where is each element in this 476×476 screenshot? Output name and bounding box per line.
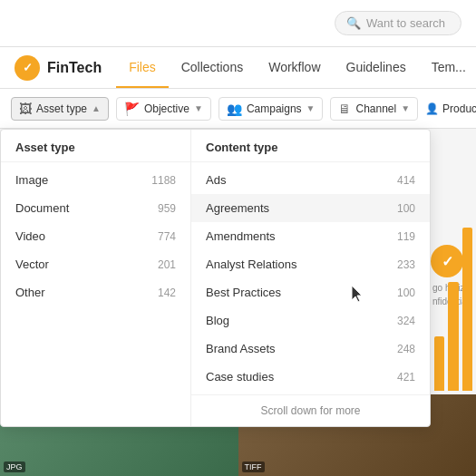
asset-count-image: 1188 — [151, 174, 176, 187]
logo-area: ✓ FinTech — [15, 55, 102, 81]
content-item-case-studies[interactable]: Case studies 421 — [191, 363, 430, 391]
asset-count-document: 959 — [158, 202, 176, 215]
asset-item-document[interactable]: Document 959 — [1, 194, 190, 222]
content-label-analyst: Analyst Relations — [206, 257, 296, 271]
content-item-brand-assets[interactable]: Brand Assets 248 — [191, 335, 430, 363]
content-count-analyst: 233 — [397, 258, 415, 271]
content-count-blog: 324 — [397, 315, 415, 327]
content-label-agreements: Agreements — [206, 201, 269, 215]
chevron-down-icon-2: ▼ — [194, 103, 203, 113]
content-item-ads[interactable]: Ads 414 — [191, 166, 430, 194]
content-count-best-practices: 100 — [397, 287, 415, 299]
asset-item-other[interactable]: Other 142 — [1, 278, 190, 306]
tab-templates[interactable]: Tem... — [419, 47, 476, 88]
asset-count-other: 142 — [158, 287, 176, 299]
asset-label-document: Document — [15, 201, 69, 215]
filter-channel[interactable]: 🖥 Channel ▼ — [330, 97, 418, 121]
asset-label-vector: Vector — [15, 257, 49, 271]
tab-workflow[interactable]: Workflow — [256, 47, 333, 88]
asset-label-image: Image — [15, 173, 48, 187]
filter-objective[interactable]: 🚩 Objective ▼ — [116, 97, 211, 121]
logo-icon: ✓ — [15, 55, 40, 81]
dropdown-panel: Asset type Image 1188 Document 959 Video… — [0, 129, 431, 427]
asset-label-other: Other — [15, 286, 45, 299]
content-item-amendments[interactable]: Amendments 119 — [191, 222, 430, 250]
nav-tabs: Files Collections Workflow Guidelines Te… — [116, 47, 476, 88]
thumb-label-2: TIFF — [242, 461, 265, 472]
asset-count-video: 774 — [158, 230, 176, 243]
asset-type-list: Image 1188 Document 959 Video 774 Vector… — [1, 162, 190, 310]
asset-type-label: Asset type — [36, 102, 87, 115]
content-count-case-studies: 421 — [397, 371, 415, 384]
asset-type-header: Asset type — [1, 130, 190, 162]
chevron-down-icon-3: ▼ — [306, 103, 316, 113]
objective-label: Objective — [144, 102, 189, 115]
asset-item-image[interactable]: Image 1188 — [1, 166, 190, 194]
user-icon: 👤 — [425, 102, 439, 115]
content-count-agreements: 100 — [397, 202, 415, 215]
content-label-ads: Ads — [206, 173, 226, 187]
nav-bar: ✓ FinTech Files Collections Workflow Gui… — [0, 47, 476, 89]
asset-item-video[interactable]: Video 774 — [1, 222, 190, 250]
campaigns-label: Campaigns — [247, 102, 302, 115]
content-label-blog: Blog — [206, 314, 229, 327]
asset-type-panel: Asset type Image 1188 Document 959 Video… — [1, 130, 191, 426]
scroll-down-label[interactable]: Scroll down for more — [191, 394, 430, 426]
bar-3 — [462, 228, 472, 391]
bar-1 — [434, 336, 444, 391]
content-type-list: Ads 414 Agreements 100 Amendments 119 An… — [191, 162, 430, 394]
content-item-best-practices[interactable]: Best Practices 100 — [191, 278, 430, 306]
top-bar: 🔍 Want to search — [0, 0, 476, 47]
chevron-down-icon-4: ▼ — [401, 103, 410, 113]
content-count-amendments: 119 — [397, 230, 415, 243]
filter-asset-type[interactable]: 🖼 Asset type ▲ — [11, 97, 109, 121]
thumb-label-1: JPG — [4, 461, 25, 472]
content-label-brand-assets: Brand Assets — [206, 342, 276, 355]
content-type-panel: Content type Ads 414 Agreements 100 Amen… — [191, 130, 430, 426]
bar-chart — [431, 213, 476, 394]
filter-campaigns[interactable]: 👥 Campaigns ▼ — [219, 97, 324, 121]
asset-label-video: Video — [15, 229, 45, 243]
search-icon: 🔍 — [346, 16, 361, 30]
search-box[interactable]: 🔍 Want to search — [335, 11, 461, 35]
channel-icon: 🖥 — [338, 102, 351, 116]
content-item-analyst[interactable]: Analyst Relations 233 — [191, 250, 430, 278]
tab-collections[interactable]: Collections — [169, 47, 256, 88]
flag-icon: 🚩 — [124, 102, 140, 116]
tab-files[interactable]: Files — [116, 47, 169, 88]
content-count-ads: 414 — [397, 174, 415, 187]
asset-item-vector[interactable]: Vector 201 — [1, 250, 190, 278]
image-icon: 🖼 — [19, 102, 32, 116]
bar-2 — [448, 282, 458, 391]
content-label-best-practices: Best Practices — [206, 286, 281, 299]
content-type-header: Content type — [191, 130, 430, 162]
chevron-down-icon: ▲ — [92, 103, 101, 113]
content-item-agreements[interactable]: Agreements 100 — [191, 194, 430, 222]
content-item-blog[interactable]: Blog 324 — [191, 306, 430, 335]
search-placeholder: Want to search — [366, 16, 445, 30]
logo-text: FinTech — [47, 60, 102, 76]
content-label-amendments: Amendments — [206, 229, 276, 243]
produced-chip[interactable]: 👤 Produced b — [425, 102, 476, 115]
tab-guidelines[interactable]: Guidelines — [334, 47, 419, 88]
campaigns-icon: 👥 — [227, 102, 242, 116]
produced-label: Produced b — [442, 102, 476, 115]
filter-bar: 🖼 Asset type ▲ 🚩 Objective ▼ 👥 Campaigns… — [0, 89, 476, 129]
content-label-case-studies: Case studies — [206, 370, 274, 384]
asset-count-vector: 201 — [158, 258, 176, 271]
content-count-brand-assets: 248 — [397, 343, 415, 355]
channel-label: Channel — [355, 102, 396, 115]
